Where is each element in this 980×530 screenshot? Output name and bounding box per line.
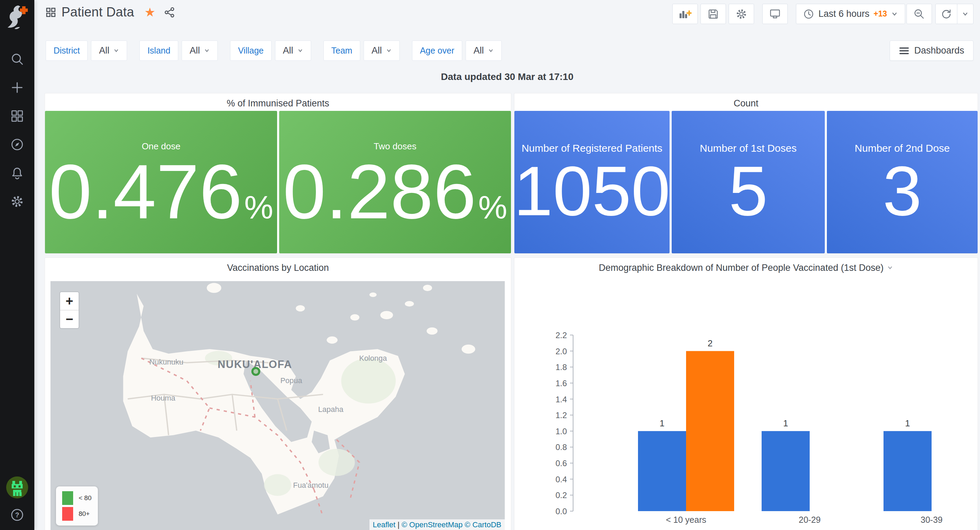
filter-district-label[interactable]: District (46, 41, 88, 61)
bar-series-1-20-29[interactable] (762, 431, 810, 511)
panel-title[interactable]: Demographic Breakdown of Number of Peopl… (514, 258, 978, 278)
dashboard-grid-icon (46, 7, 56, 17)
panel-title[interactable]: Count (514, 94, 978, 113)
zoom-out-icon (913, 8, 925, 20)
filter-age-over-value[interactable]: All (466, 41, 502, 61)
help-icon: ? (10, 507, 25, 522)
bar-series-2-< 10 years[interactable] (686, 351, 734, 511)
map-legend: < 80 80+ (56, 486, 98, 525)
clock-icon (803, 9, 814, 19)
zoom-in-button[interactable]: + (60, 292, 79, 310)
leaflet-map[interactable]: Nukunuku NUKU'ALOFA Popua Kolonga Houma … (51, 281, 505, 530)
chevron-down-icon (386, 48, 392, 54)
svg-text:0.2: 0.2 (555, 490, 567, 500)
save-icon (707, 8, 719, 20)
legend-label: < 80 (79, 494, 92, 502)
sidebar-item-help[interactable]: ? (10, 507, 25, 522)
add-panel-icon (679, 8, 692, 20)
chevron-down-icon (204, 48, 210, 54)
panel-title[interactable]: Vaccinations by Location (45, 258, 511, 278)
refresh-icon (941, 9, 952, 19)
stat-value: 0.476 (49, 155, 242, 229)
filter-age-over-label[interactable]: Age over (412, 41, 462, 61)
panel-immunised: % of Immunised Patients One dose 0.476% … (45, 93, 511, 254)
filter-island-label[interactable]: Island (139, 41, 178, 61)
svg-text:1: 1 (660, 418, 665, 428)
sidebar: ? (0, 0, 34, 530)
chevron-down-icon (488, 48, 494, 54)
legend-label: 80+ (79, 510, 90, 517)
page-title: Patient Data (62, 5, 134, 19)
cartodb-link[interactable]: © CartoDB (465, 520, 501, 529)
stat-unit: % (478, 192, 507, 222)
sidebar-item-search[interactable] (10, 51, 25, 67)
chevron-down-icon (113, 48, 119, 54)
stat-unit: % (244, 192, 273, 222)
svg-text:30-39: 30-39 (921, 515, 943, 525)
refresh-button-group (935, 4, 974, 24)
filter-village-value[interactable]: All (275, 41, 311, 61)
favorite-star-icon[interactable]: ★ (145, 6, 156, 19)
map-place-label: Fua'amotu (293, 481, 328, 490)
zoom-out-time-button[interactable] (907, 4, 932, 24)
svg-text:1.0: 1.0 (555, 427, 567, 436)
svg-text:0.0: 0.0 (555, 507, 567, 516)
svg-text:2: 2 (708, 338, 713, 348)
attribution-separator: | (398, 520, 400, 529)
map-tiles (51, 281, 505, 530)
chevron-down-icon (298, 48, 303, 54)
leaflet-link[interactable]: Leaflet (373, 520, 396, 529)
header-toolbar: Last 6 hours +13 (672, 4, 974, 24)
configuration-gear-icon (10, 194, 24, 209)
filter-value-text: All (99, 45, 109, 56)
svg-text:1.6: 1.6 (555, 379, 567, 388)
sidebar-item-alerting[interactable] (10, 165, 25, 181)
bar-series-1-< 10 years[interactable] (638, 431, 686, 511)
add-panel-button[interactable] (672, 4, 698, 24)
sidebar-item-dashboards[interactable] (10, 108, 25, 124)
filter-value-text: All (189, 45, 200, 56)
svg-text:1.8: 1.8 (555, 362, 567, 372)
refresh-button[interactable] (936, 4, 957, 24)
filter-district-value[interactable]: All (91, 41, 127, 61)
stat-registered-patients: Number of Registered Patients 1050 (514, 111, 670, 253)
map-data-marker[interactable] (251, 367, 260, 376)
filter-team-label[interactable]: Team (323, 41, 360, 61)
svg-text:1: 1 (905, 418, 910, 428)
chevron-down-icon (962, 11, 969, 17)
user-avatar[interactable] (6, 476, 28, 498)
svg-text:0.6: 0.6 (555, 459, 567, 468)
dashboard-settings-button[interactable] (729, 4, 754, 24)
share-icon[interactable] (164, 6, 175, 18)
filter-island-value[interactable]: All (181, 41, 218, 61)
svg-text:?: ? (15, 511, 19, 519)
filter-team-value[interactable]: All (364, 41, 400, 61)
stat-value: 5 (729, 157, 768, 224)
filter-village: Village All (230, 41, 311, 61)
dashboards-button[interactable]: Dashboards (890, 41, 974, 61)
dashboard-header: Patient Data ★ Last 6 hours +13 (34, 0, 980, 34)
bar-chart[interactable]: 0.00.20.40.60.81.01.21.41.61.82.02.212< … (520, 285, 975, 530)
zoom-out-button[interactable]: − (60, 310, 79, 328)
panel-title[interactable]: % of Immunised Patients (45, 94, 511, 113)
cycle-view-button[interactable] (762, 4, 788, 24)
svg-text:2.2: 2.2 (555, 330, 567, 340)
stat-second-doses: Number of 2nd Dose 3 (827, 111, 978, 253)
panel-demographic-chart: Demographic Breakdown of Number of Peopl… (514, 257, 978, 530)
svg-text:1.4: 1.4 (555, 395, 567, 404)
openstreetmap-link[interactable]: © OpenStreetMap (402, 520, 463, 529)
filter-village-label[interactable]: Village (230, 41, 272, 61)
map-zoom-control: + − (59, 292, 79, 329)
sidebar-item-configuration[interactable] (10, 194, 25, 209)
time-range-picker[interactable]: Last 6 hours +13 (796, 4, 905, 24)
org-logo-icon[interactable] (4, 3, 30, 31)
filter-age-over: Age over All (412, 41, 502, 61)
refresh-interval-dropdown[interactable] (957, 4, 973, 24)
save-dashboard-button[interactable] (700, 4, 726, 24)
dashboards-grid-icon (10, 109, 24, 123)
svg-text:1.2: 1.2 (555, 411, 567, 420)
bar-series-1-30-39[interactable] (883, 431, 932, 511)
sidebar-item-explore[interactable] (10, 137, 25, 152)
sidebar-item-create[interactable] (10, 80, 25, 95)
legend-swatch-green (62, 491, 73, 505)
